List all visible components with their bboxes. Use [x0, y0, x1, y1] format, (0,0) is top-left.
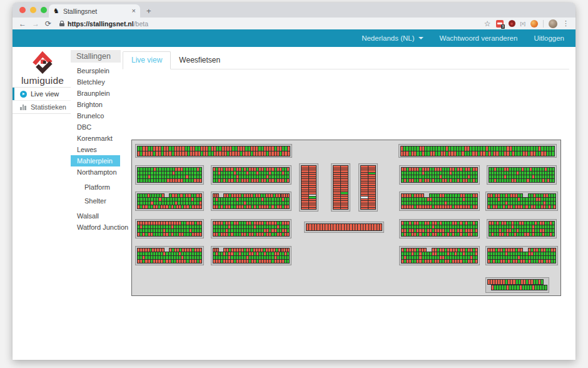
- stalling-subitem[interactable]: Shelter: [71, 195, 123, 207]
- occupied-spot: [277, 260, 279, 263]
- occupied-spot: [228, 260, 230, 263]
- stalling-item[interactable]: Watford Junction: [71, 222, 123, 233]
- occupied-spot: [302, 166, 308, 168]
- forward-icon[interactable]: →: [32, 20, 39, 28]
- free-spot: [417, 179, 418, 182]
- free-spot: [446, 151, 448, 156]
- occupied-spot: [341, 190, 348, 192]
- extension-icon[interactable]: 3: [496, 20, 504, 28]
- stalling-item[interactable]: Braunplein: [71, 88, 123, 99]
- stalling-item[interactable]: Bletchley: [71, 76, 123, 88]
- browser-menu-icon[interactable]: ⋮: [562, 20, 569, 27]
- occupied-spot: [216, 233, 218, 236]
- free-spot: [520, 151, 522, 156]
- address-bar[interactable]: https://stallingsnet.nl/beta: [59, 20, 479, 28]
- stalling-item[interactable]: Lewes: [71, 144, 123, 155]
- occupied-spot: [309, 173, 316, 175]
- free-spot: [450, 233, 452, 236]
- tab-weesfietsen[interactable]: Weesfietsen: [171, 52, 228, 69]
- occupied-spot: [309, 199, 316, 201]
- free-spot: [258, 146, 260, 151]
- occupied-spot: [500, 280, 502, 284]
- facility-map[interactable]: [131, 140, 561, 296]
- occupied-spot: [253, 146, 255, 151]
- back-icon[interactable]: ←: [19, 20, 26, 28]
- profile-avatar[interactable]: [549, 19, 557, 28]
- free-spot: [497, 179, 499, 182]
- occupied-spot: [302, 186, 308, 188]
- occupied-spot: [164, 151, 166, 156]
- occupied-spot: [254, 179, 256, 182]
- new-tab-button[interactable]: +: [146, 7, 151, 15]
- free-spot: [442, 260, 444, 263]
- occupied-spot: [269, 179, 271, 182]
- occupied-spot: [143, 146, 144, 151]
- occupied-spot: [521, 280, 523, 284]
- free-spot: [406, 146, 408, 151]
- free-spot: [409, 146, 411, 151]
- free-spot: [186, 260, 188, 263]
- occupied-spot: [475, 151, 477, 156]
- free-spot: [551, 260, 553, 263]
- stalling-item[interactable]: Brunelco: [71, 110, 123, 121]
- free-spot: [172, 151, 174, 156]
- occupied-spot: [176, 260, 178, 263]
- free-spot: [552, 233, 554, 236]
- window-controls[interactable]: [19, 7, 47, 13]
- close-window-button[interactable]: [19, 7, 26, 13]
- extension-icon[interactable]: [509, 20, 515, 27]
- occupied-spot: [230, 146, 231, 151]
- occupied-spot: [333, 183, 340, 185]
- stalling-item[interactable]: Beursplein: [71, 65, 123, 76]
- occupied-spot: [447, 260, 449, 263]
- occupied-spot: [225, 146, 226, 151]
- free-spot: [161, 233, 163, 236]
- stalling-item[interactable]: Korenmarkt: [71, 133, 123, 144]
- occupied-spot: [148, 233, 150, 236]
- occupied-spot: [241, 179, 243, 182]
- rack-strip: [213, 178, 290, 183]
- free-spot: [190, 233, 191, 236]
- occupied-spot: [309, 208, 316, 210]
- stalling-item[interactable]: Walsall: [71, 210, 123, 222]
- occupied-spot: [275, 151, 276, 156]
- sidebar-item-live-view[interactable]: Live view: [13, 88, 71, 100]
- sidebar-item-statistieken[interactable]: Statistieken: [13, 100, 71, 113]
- browser-tab[interactable]: ♞ Stallingsnet ×: [49, 4, 140, 18]
- reload-icon[interactable]: ⟳: [45, 20, 51, 28]
- free-spot: [496, 146, 498, 151]
- free-spot: [470, 179, 472, 182]
- free-spot: [515, 146, 517, 151]
- free-spot: [165, 179, 166, 182]
- occupied-spot: [368, 181, 375, 183]
- free-spot: [146, 179, 148, 182]
- free-spot: [407, 233, 408, 236]
- stalling-item[interactable]: Northampton: [71, 166, 123, 178]
- free-spot: [435, 179, 437, 182]
- free-spot: [266, 151, 268, 156]
- tab-live-view[interactable]: Live view: [123, 51, 171, 69]
- close-tab-icon[interactable]: ×: [132, 8, 136, 14]
- occupied-spot: [468, 260, 470, 263]
- occupied-spot: [369, 224, 371, 230]
- logout-link[interactable]: Uitloggen: [534, 34, 564, 42]
- occupied-spot: [363, 224, 365, 230]
- language-selector[interactable]: Nederlands (NL): [362, 34, 423, 42]
- occupied-spot: [494, 151, 495, 156]
- occupied-spot: [510, 280, 512, 284]
- stalling-subitem[interactable]: Platform: [71, 181, 123, 193]
- free-spot: [432, 260, 434, 263]
- stalling-item[interactable]: DBC: [71, 121, 123, 133]
- bookmark-star-icon[interactable]: ☆: [484, 20, 491, 28]
- free-spot: [500, 205, 502, 208]
- maximize-window-button[interactable]: [41, 7, 47, 13]
- change-password-link[interactable]: Wachtwoord veranderen: [440, 34, 518, 42]
- minimize-window-button[interactable]: [30, 7, 36, 13]
- occupied-spot: [181, 179, 183, 182]
- extension-icon[interactable]: [x]: [520, 21, 525, 26]
- free-spot: [235, 146, 237, 151]
- stalling-item-selected[interactable]: Mahlerplein: [71, 155, 120, 166]
- occupied-spot: [495, 280, 497, 284]
- extension-icon[interactable]: [530, 20, 538, 28]
- stalling-item[interactable]: Brighton: [71, 99, 123, 110]
